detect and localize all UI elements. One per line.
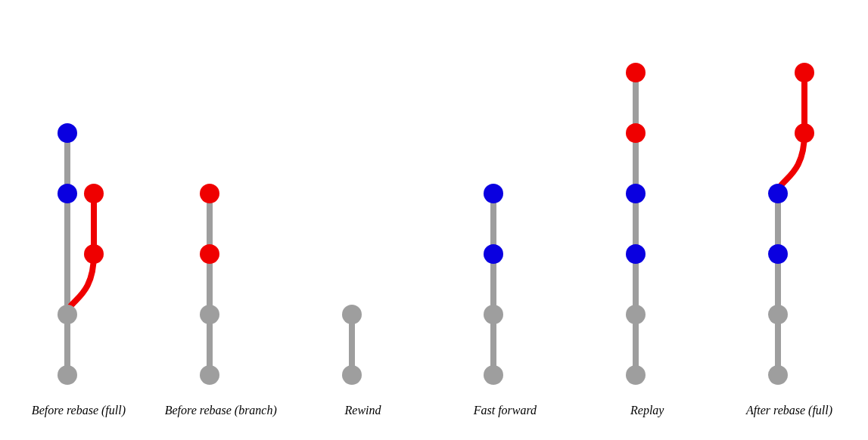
commit-node-red [84,244,104,264]
graph-rewind [318,20,409,390]
caption-replay: Replay [630,404,664,417]
graph-before-branch [176,20,266,390]
graph-after-full [744,20,835,390]
commit-node-blue [626,244,646,264]
edge [778,133,804,194]
commit-node-gray [200,365,219,385]
commit-node-red [84,184,104,203]
graph-fast-forward [459,20,550,390]
graph-replay [602,20,692,390]
commit-node-gray [200,305,219,324]
panel-before-branch: Before rebase (branch) [150,20,292,417]
edge [67,254,94,315]
panel-rewind: Rewind [292,20,434,417]
commit-node-gray [342,365,362,385]
commit-node-gray [342,305,362,324]
commit-node-red [200,244,219,264]
commit-node-gray [626,305,646,324]
diagram-container: Before rebase (full)Before rebase (branc… [0,0,868,440]
commit-node-red [795,63,814,82]
commit-node-blue [58,184,77,203]
commit-node-red [200,184,219,203]
commit-node-gray [58,305,77,324]
commit-node-gray [484,365,503,385]
commit-node-red [626,123,646,143]
commit-node-blue [626,184,646,203]
commit-node-blue [484,244,503,264]
commit-node-red [626,63,646,82]
graph-before-full [33,20,124,390]
commit-node-blue [484,184,503,203]
panel-before-full: Before rebase (full) [8,20,150,417]
commit-node-gray [484,305,503,324]
caption-fast-forward: Fast forward [474,404,537,417]
commit-node-gray [626,365,646,385]
commit-node-blue [58,123,77,143]
caption-rewind: Rewind [345,404,381,417]
commit-node-gray [58,365,77,385]
panel-fast-forward: Fast forward [434,20,576,417]
caption-after-full: After rebase (full) [746,404,832,417]
commit-node-blue [768,244,788,264]
commit-node-blue [768,184,788,203]
commit-node-gray [768,305,788,324]
panel-after-full: After rebase (full) [718,20,860,417]
commit-node-red [795,123,814,143]
panel-replay: Replay [576,20,718,417]
caption-before-branch: Before rebase (branch) [165,404,277,417]
caption-before-full: Before rebase (full) [32,404,126,417]
commit-node-gray [768,365,788,385]
